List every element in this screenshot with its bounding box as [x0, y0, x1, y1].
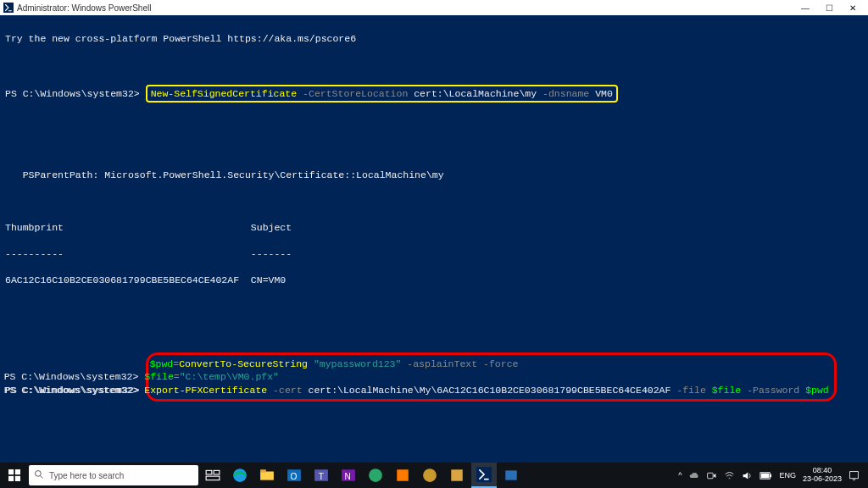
volume-icon[interactable]: [742, 470, 753, 481]
svg-text:T: T: [319, 472, 324, 481]
arg: cert:\LocalMachine\my: [414, 88, 537, 99]
app-icon[interactable]: [498, 463, 524, 488]
system-tray: ^ ENG 08:40 23-06-2023: [678, 467, 866, 484]
onenote-icon[interactable]: N: [336, 463, 361, 488]
svg-rect-28: [761, 473, 769, 478]
cmdlet: ConvertTo-SecureString: [179, 358, 308, 369]
svg-rect-1: [8, 469, 14, 474]
svg-rect-4: [15, 476, 20, 481]
taskbar-search[interactable]: Type here to search: [29, 465, 198, 485]
search-icon: [34, 469, 44, 481]
param: -cert: [267, 385, 308, 396]
variable: $file: [712, 385, 742, 396]
param: -file: [670, 385, 711, 396]
maximize-button[interactable]: ☐: [817, 0, 841, 15]
explorer-icon[interactable]: [254, 463, 280, 488]
highlight-new-cert: New-SelfSignedCertificate -CertStoreLoca…: [146, 85, 618, 103]
outlook-icon[interactable]: O: [281, 463, 307, 488]
windows-taskbar[interactable]: Type here to search O T N ^ ENG 08:40 23…: [0, 463, 868, 488]
svg-rect-25: [708, 473, 714, 479]
language-indicator[interactable]: ENG: [779, 471, 796, 480]
svg-rect-24: [505, 470, 517, 480]
svg-rect-12: [260, 469, 266, 472]
svg-rect-11: [260, 472, 274, 480]
edge-icon[interactable]: [227, 463, 253, 488]
svg-text:O: O: [291, 472, 298, 481]
svg-rect-8: [214, 470, 220, 474]
variable: $pwd: [150, 358, 174, 369]
eq: =: [174, 371, 180, 382]
param: -force: [477, 358, 518, 369]
psparent-label: PSParentPath:: [5, 169, 104, 180]
svg-rect-7: [206, 470, 212, 474]
chevron-up-icon[interactable]: ^: [678, 471, 682, 480]
app-icon[interactable]: [363, 463, 388, 488]
window-title: Administrator: Windows PowerShell: [17, 3, 151, 13]
table-row: 6AC12C16C10B2CE030681799CBE5BEC64CE402AF…: [5, 274, 863, 287]
prompt-inner: PS C:\Windows\system32>: [4, 385, 145, 396]
psparent-value: Microsoft.PowerShell.Security\Certificat…: [104, 169, 443, 180]
titlebar-left: Administrator: Windows PowerShell: [3, 3, 151, 13]
svg-point-19: [369, 469, 382, 482]
date: 23-06-2023: [803, 475, 842, 484]
param: -Password: [741, 385, 805, 396]
variable: $file: [144, 371, 174, 382]
onedrive-icon[interactable]: [688, 470, 699, 481]
powershell-taskbar-icon[interactable]: [471, 463, 497, 488]
variable: $pwd: [805, 385, 829, 396]
clock[interactable]: 08:40 23-06-2023: [803, 467, 842, 484]
svg-rect-3: [8, 476, 14, 481]
arg: cert:\LocalMachine\My\6AC12C16C10B2CE030…: [309, 385, 671, 396]
svg-rect-9: [206, 476, 220, 480]
cmdlet: Export-PFXCertificate: [144, 385, 267, 396]
search-placeholder: Type here to search: [49, 471, 124, 480]
wifi-icon[interactable]: [724, 470, 735, 481]
svg-rect-27: [771, 474, 772, 477]
table-header: Thumbprint Subject: [5, 221, 863, 235]
svg-rect-22: [451, 469, 463, 481]
prompt: PS C:\Windows\system32>: [5, 88, 146, 99]
start-button[interactable]: [2, 463, 27, 488]
table-sep: ---------- -------: [5, 247, 863, 261]
task-view-icon[interactable]: [200, 463, 225, 488]
powershell-icon: [3, 3, 14, 13]
string: "C:\temp\VM0.pfx": [180, 371, 279, 382]
svg-rect-2: [15, 469, 20, 474]
teams-icon[interactable]: T: [309, 463, 334, 488]
powershell-window: Administrator: Windows PowerShell — ☐ ✕ …: [0, 0, 868, 488]
param: -asplainText: [401, 358, 477, 369]
battery-icon[interactable]: [760, 471, 772, 480]
prompt-inner: PS C:\Windows\system32>: [4, 371, 145, 382]
app-icon[interactable]: [390, 463, 415, 488]
notifications-icon[interactable]: [849, 470, 860, 481]
window-titlebar[interactable]: Administrator: Windows PowerShell — ☐ ✕: [0, 0, 868, 15]
svg-line-6: [41, 476, 43, 479]
banner-text: Try the new cross-platform PowerShell ht…: [5, 33, 356, 44]
highlight-export-block: $pwd=ConvertTo-SecureString "mypassword1…: [146, 352, 837, 402]
close-button[interactable]: ✕: [841, 0, 865, 15]
window-controls: — ☐ ✕: [793, 0, 865, 15]
meet-now-icon[interactable]: [706, 470, 717, 481]
terminal-output[interactable]: Try the new cross-platform PowerShell ht…: [0, 15, 868, 463]
string: "mypassword123": [308, 358, 401, 369]
app-icon[interactable]: [417, 463, 442, 488]
svg-point-21: [423, 469, 437, 482]
param: -CertStoreLocation: [297, 88, 414, 99]
minimize-button[interactable]: —: [793, 0, 817, 15]
svg-rect-29: [850, 471, 859, 478]
svg-text:N: N: [345, 472, 351, 481]
param: -dnsname: [537, 88, 595, 99]
app-icon[interactable]: [444, 463, 470, 488]
cmdlet: New-SelfSignedCertificate: [151, 88, 298, 99]
svg-point-5: [36, 471, 42, 477]
arg: VM0: [595, 88, 613, 99]
svg-rect-20: [397, 469, 409, 481]
